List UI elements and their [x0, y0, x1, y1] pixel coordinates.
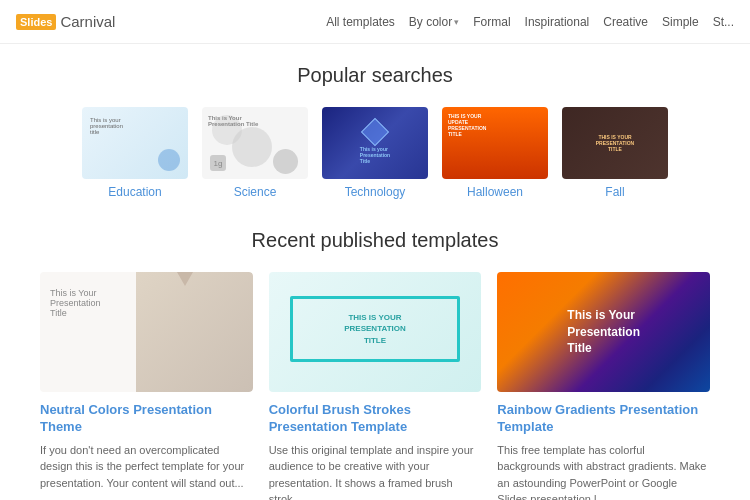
neutral-card-title: Neutral Colors Presentation Theme: [40, 402, 253, 436]
fall-thumb-text: THIS IS YOURPRESENTATIONTITLE: [596, 134, 634, 152]
nav-formal[interactable]: Formal: [473, 15, 510, 29]
nav-inspirational[interactable]: Inspirational: [525, 15, 590, 29]
nav-by-color[interactable]: By color ▾: [409, 15, 459, 29]
chevron-down-icon: ▾: [454, 17, 459, 27]
popular-label-science: Science: [234, 185, 277, 199]
sci-label-text: This is YourPresentation Title: [208, 115, 258, 127]
template-card-colorful[interactable]: THIS IS YOURPRESENTATIONTITLE Colorful B…: [269, 272, 482, 500]
tech-thumb-text: This is yourPresentationTitle: [360, 146, 390, 164]
popular-label-technology: Technology: [345, 185, 406, 199]
edu-thumb-text: This is yourpresentationtitle: [90, 117, 123, 135]
template-card-rainbow[interactable]: This is YourPresentationTitle Rainbow Gr…: [497, 272, 710, 500]
recent-grid: This is YourPresentationTitle Neutral Co…: [40, 272, 710, 500]
popular-thumb-science: This is YourPresentation Title 1g: [202, 107, 308, 179]
colorful-card-title: Colorful Brush Strokes Presentation Temp…: [269, 402, 482, 436]
template-thumb-rainbow: This is YourPresentationTitle: [497, 272, 710, 392]
header: Slides Carnival All templates By color ▾…: [0, 0, 750, 44]
nav-creative[interactable]: Creative: [603, 15, 648, 29]
neutral-thumb-text: This is YourPresentationTitle: [50, 288, 178, 318]
logo-text: Carnival: [60, 13, 115, 30]
rainbow-card-title: Rainbow Gradients Presentation Template: [497, 402, 710, 436]
nav-all-templates[interactable]: All templates: [326, 15, 395, 29]
sci-circle2: [232, 127, 272, 167]
nav: All templates By color ▾ Formal Inspirat…: [326, 15, 734, 29]
colorful-card-desc: Use this original template and inspire y…: [269, 442, 482, 500]
tech-inner: This is yourPresentationTitle: [322, 107, 428, 179]
popular-item-education[interactable]: This is yourpresentationtitle Education: [82, 107, 188, 199]
popular-label-education: Education: [108, 185, 161, 199]
recent-templates-title: Recent published templates: [40, 229, 710, 252]
colorful-thumb-text: THIS IS YOURPRESENTATIONTITLE: [344, 312, 405, 346]
nav-simple[interactable]: Simple: [662, 15, 699, 29]
sci-badge: 1g: [210, 155, 226, 171]
edu-circle-decoration: [158, 149, 180, 171]
recent-templates-section: Recent published templates This is YourP…: [40, 229, 710, 500]
popular-searches-title: Popular searches: [40, 64, 710, 87]
popular-grid: This is yourpresentationtitle Education …: [40, 107, 710, 199]
logo[interactable]: Slides Carnival: [16, 13, 115, 30]
popular-item-science[interactable]: This is YourPresentation Title 1g Scienc…: [202, 107, 308, 199]
popular-thumb-education: This is yourpresentationtitle: [82, 107, 188, 179]
hal-thumb-text: THIS IS YOURUPDATEPRESENTATIONTITLE: [448, 113, 486, 137]
sci-circle3: [273, 149, 298, 174]
template-card-neutral[interactable]: This is YourPresentationTitle Neutral Co…: [40, 272, 253, 500]
popular-thumb-fall: THIS IS YOURPRESENTATIONTITLE: [562, 107, 668, 179]
popular-thumb-halloween: THIS IS YOURUPDATEPRESENTATIONTITLE: [442, 107, 548, 179]
tech-cube-icon: [361, 118, 389, 146]
popular-item-fall[interactable]: THIS IS YOURPRESENTATIONTITLE Fall: [562, 107, 668, 199]
template-thumb-neutral: This is YourPresentationTitle: [40, 272, 253, 392]
nav-by-color-label: By color: [409, 15, 452, 29]
popular-item-technology[interactable]: This is yourPresentationTitle Technology: [322, 107, 428, 199]
popular-searches-section: Popular searches This is yourpresentatio…: [40, 64, 710, 199]
bookmark-icon: [177, 272, 193, 286]
main-content: Popular searches This is yourpresentatio…: [0, 44, 750, 500]
popular-item-halloween[interactable]: THIS IS YOURUPDATEPRESENTATIONTITLE Hall…: [442, 107, 548, 199]
nav-more[interactable]: St...: [713, 15, 734, 29]
popular-thumb-technology: This is yourPresentationTitle: [322, 107, 428, 179]
rainbow-thumb-text: This is YourPresentationTitle: [567, 307, 640, 357]
template-thumb-colorful: THIS IS YOURPRESENTATIONTITLE: [269, 272, 482, 392]
colorful-stroke: THIS IS YOURPRESENTATIONTITLE: [290, 296, 460, 362]
logo-box: Slides: [16, 14, 56, 30]
popular-label-fall: Fall: [605, 185, 624, 199]
rainbow-card-desc: This free template has colorful backgrou…: [497, 442, 710, 500]
popular-label-halloween: Halloween: [467, 185, 523, 199]
neutral-card-desc: If you don't need an overcomplicated des…: [40, 442, 253, 492]
